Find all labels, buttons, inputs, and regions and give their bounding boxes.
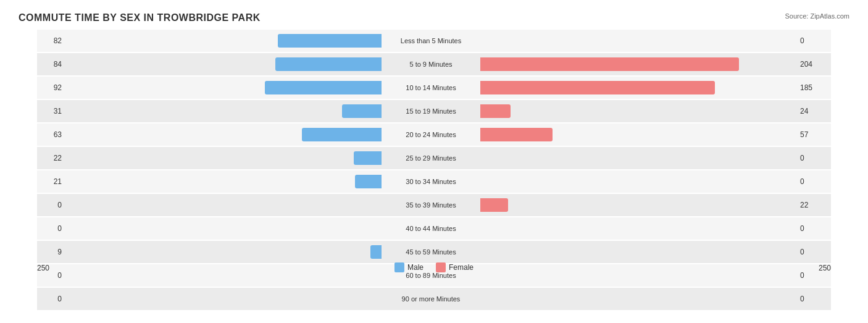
male-value: 0: [37, 201, 65, 209]
female-bar-wrapper: [480, 198, 797, 212]
male-bar: [354, 151, 382, 165]
table-row: 31 15 to 19 Minutes 24: [37, 100, 831, 122]
male-bar: [370, 245, 382, 259]
row-label: 5 to 9 Minutes: [382, 61, 480, 68]
female-bar: [480, 81, 715, 94]
chart-area: 82 Less than 5 Minutes 0 84 5 to 9 Minut…: [19, 30, 849, 272]
female-value: 185: [797, 83, 831, 92]
row-label: Less than 5 Minutes: [382, 37, 480, 44]
female-value: 0: [797, 36, 831, 45]
axis-left-label: 250: [37, 264, 49, 272]
table-row: 9 45 to 59 Minutes 0: [37, 241, 831, 263]
bar-section: 90 or more Minutes: [65, 288, 797, 310]
male-bar-wrapper: [65, 175, 382, 188]
male-value: 31: [37, 107, 65, 115]
bar-section: 20 to 24 Minutes: [65, 124, 797, 146]
bar-section: 30 to 34 Minutes: [65, 170, 797, 193]
axis-right-label: 250: [819, 264, 831, 272]
bar-section: 15 to 19 Minutes: [65, 100, 797, 122]
male-bar-wrapper: [65, 292, 382, 306]
row-label: 35 to 39 Minutes: [382, 201, 480, 209]
male-bar: [355, 175, 382, 188]
male-bar-wrapper: [65, 128, 382, 141]
bar-section: 45 to 59 Minutes: [65, 241, 797, 263]
female-value: 24: [797, 107, 831, 115]
male-value: 0: [37, 295, 65, 303]
male-value: 92: [37, 83, 65, 92]
table-row: 82 Less than 5 Minutes 0: [37, 30, 831, 52]
row-label: 15 to 19 Minutes: [382, 107, 480, 115]
female-bar: [480, 198, 508, 212]
male-value: 9: [37, 248, 65, 256]
row-label: 25 to 29 Minutes: [382, 154, 480, 162]
row-label: 10 to 14 Minutes: [382, 84, 480, 91]
female-bar-wrapper: [480, 104, 797, 118]
legend-male: Male: [394, 262, 424, 272]
axis-bottom: 250 Male Female 250: [37, 264, 831, 272]
female-value: 0: [797, 154, 831, 162]
male-bar: [302, 128, 382, 141]
female-bar-wrapper: [480, 151, 797, 165]
male-bar-wrapper: [65, 151, 382, 165]
male-bar-wrapper: [65, 104, 382, 118]
chart-container: COMMUTE TIME BY SEX IN TROWBRIDGE PARK S…: [0, 0, 868, 323]
female-value: 204: [797, 60, 831, 69]
source-text: Source: ZipAtlas.com: [785, 12, 849, 20]
female-value: 22: [797, 201, 831, 209]
table-row: 22 25 to 29 Minutes 0: [37, 147, 831, 169]
row-label: 90 or more Minutes: [382, 295, 480, 303]
male-bar: [265, 81, 382, 94]
male-value: 63: [37, 130, 65, 139]
legend-female-box: [436, 262, 446, 272]
female-bar: [480, 104, 511, 118]
female-value: 0: [797, 177, 831, 186]
female-bar-wrapper: [480, 81, 797, 94]
bar-section: 40 to 44 Minutes: [65, 217, 797, 240]
chart-title: COMMUTE TIME BY SEX IN TROWBRIDGE PARK: [19, 12, 849, 23]
row-label: 45 to 59 Minutes: [382, 248, 480, 256]
female-value: 57: [797, 130, 831, 139]
table-row: 0 35 to 39 Minutes 22: [37, 194, 831, 216]
female-value: 0: [797, 295, 831, 303]
table-row: 21 30 to 34 Minutes 0: [37, 170, 831, 193]
female-bar-wrapper: [480, 245, 797, 259]
row-label: 20 to 24 Minutes: [382, 131, 480, 138]
row-label: 30 to 34 Minutes: [382, 178, 480, 185]
legend-female: Female: [436, 262, 474, 272]
female-bar-wrapper: [480, 175, 797, 188]
bar-section: 5 to 9 Minutes: [65, 53, 797, 75]
female-bar-wrapper: [480, 128, 797, 141]
table-row: 0 40 to 44 Minutes 0: [37, 217, 831, 240]
male-bar-wrapper: [65, 34, 382, 48]
female-bar-wrapper: [480, 34, 797, 48]
male-value: 21: [37, 177, 65, 186]
table-row: 63 20 to 24 Minutes 57: [37, 124, 831, 146]
male-bar-wrapper: [65, 57, 382, 71]
male-bar: [342, 104, 382, 118]
bar-section: 25 to 29 Minutes: [65, 147, 797, 169]
male-value: 82: [37, 36, 65, 45]
female-value: 0: [797, 248, 831, 256]
bar-section: 10 to 14 Minutes: [65, 77, 797, 99]
male-value: 0: [37, 224, 65, 233]
male-bar: [275, 57, 382, 71]
male-bar-wrapper: [65, 245, 382, 259]
legend-male-box: [394, 262, 404, 272]
female-bar-wrapper: [480, 57, 797, 71]
bar-section: 35 to 39 Minutes: [65, 194, 797, 216]
legend: Male Female: [394, 262, 474, 272]
row-label: 60 to 89 Minutes: [382, 272, 480, 279]
female-value: 0: [797, 224, 831, 233]
row-label: 40 to 44 Minutes: [382, 225, 480, 232]
bar-section: Less than 5 Minutes: [65, 30, 797, 52]
female-bar-wrapper: [480, 292, 797, 306]
male-bar: [278, 34, 382, 48]
male-value: 0: [37, 271, 65, 280]
table-row: 92 10 to 14 Minutes 185: [37, 77, 831, 99]
male-bar-wrapper: [65, 81, 382, 94]
male-bar-wrapper: [65, 198, 382, 212]
table-row: 84 5 to 9 Minutes 204: [37, 53, 831, 75]
female-bar: [480, 128, 553, 141]
rows-container: 82 Less than 5 Minutes 0 84 5 to 9 Minut…: [37, 30, 831, 254]
male-value: 22: [37, 154, 65, 162]
